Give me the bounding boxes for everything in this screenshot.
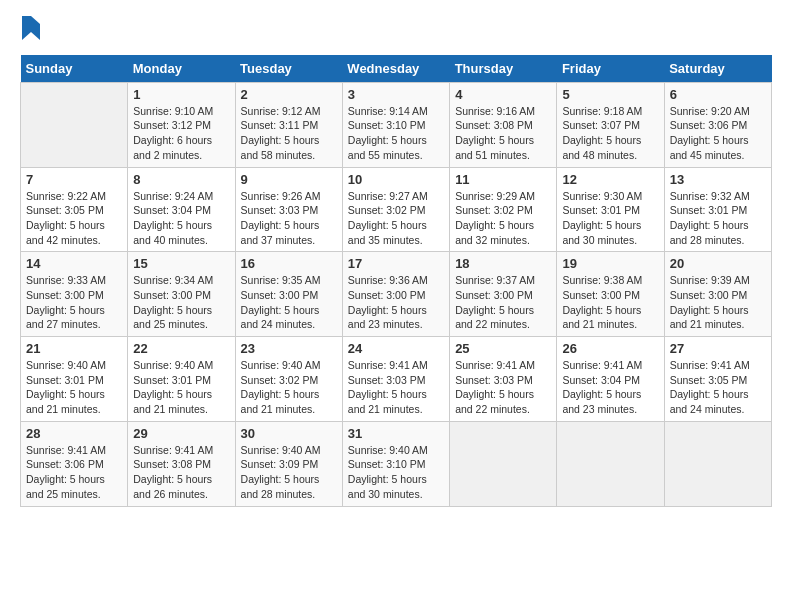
day-number: 3 <box>348 87 444 102</box>
week-row-3: 14Sunrise: 9:33 AMSunset: 3:00 PMDayligh… <box>21 252 772 337</box>
day-number: 14 <box>26 256 122 271</box>
day-info: Sunrise: 9:40 AMSunset: 3:09 PMDaylight:… <box>241 443 337 502</box>
day-number: 17 <box>348 256 444 271</box>
day-info: Sunrise: 9:39 AMSunset: 3:00 PMDaylight:… <box>670 273 766 332</box>
day-cell: 12Sunrise: 9:30 AMSunset: 3:01 PMDayligh… <box>557 167 664 252</box>
day-info: Sunrise: 9:20 AMSunset: 3:06 PMDaylight:… <box>670 104 766 163</box>
day-cell: 13Sunrise: 9:32 AMSunset: 3:01 PMDayligh… <box>664 167 771 252</box>
day-cell <box>21 82 128 167</box>
day-number: 31 <box>348 426 444 441</box>
day-info: Sunrise: 9:29 AMSunset: 3:02 PMDaylight:… <box>455 189 551 248</box>
day-info: Sunrise: 9:33 AMSunset: 3:00 PMDaylight:… <box>26 273 122 332</box>
day-cell: 9Sunrise: 9:26 AMSunset: 3:03 PMDaylight… <box>235 167 342 252</box>
day-cell: 5Sunrise: 9:18 AMSunset: 3:07 PMDaylight… <box>557 82 664 167</box>
day-cell: 24Sunrise: 9:41 AMSunset: 3:03 PMDayligh… <box>342 337 449 422</box>
day-number: 1 <box>133 87 229 102</box>
day-cell: 11Sunrise: 9:29 AMSunset: 3:02 PMDayligh… <box>450 167 557 252</box>
weekday-header-friday: Friday <box>557 55 664 83</box>
day-number: 18 <box>455 256 551 271</box>
day-number: 8 <box>133 172 229 187</box>
day-number: 24 <box>348 341 444 356</box>
day-number: 30 <box>241 426 337 441</box>
day-info: Sunrise: 9:24 AMSunset: 3:04 PMDaylight:… <box>133 189 229 248</box>
day-cell: 10Sunrise: 9:27 AMSunset: 3:02 PMDayligh… <box>342 167 449 252</box>
day-info: Sunrise: 9:41 AMSunset: 3:04 PMDaylight:… <box>562 358 658 417</box>
day-cell: 26Sunrise: 9:41 AMSunset: 3:04 PMDayligh… <box>557 337 664 422</box>
day-info: Sunrise: 9:32 AMSunset: 3:01 PMDaylight:… <box>670 189 766 248</box>
day-number: 21 <box>26 341 122 356</box>
day-number: 29 <box>133 426 229 441</box>
day-cell <box>450 421 557 506</box>
day-cell: 14Sunrise: 9:33 AMSunset: 3:00 PMDayligh… <box>21 252 128 337</box>
week-row-1: 1Sunrise: 9:10 AMSunset: 3:12 PMDaylight… <box>21 82 772 167</box>
day-cell: 6Sunrise: 9:20 AMSunset: 3:06 PMDaylight… <box>664 82 771 167</box>
day-info: Sunrise: 9:22 AMSunset: 3:05 PMDaylight:… <box>26 189 122 248</box>
weekday-header-thursday: Thursday <box>450 55 557 83</box>
weekday-header-sunday: Sunday <box>21 55 128 83</box>
day-number: 26 <box>562 341 658 356</box>
day-info: Sunrise: 9:41 AMSunset: 3:08 PMDaylight:… <box>133 443 229 502</box>
day-info: Sunrise: 9:41 AMSunset: 3:05 PMDaylight:… <box>670 358 766 417</box>
logo-general <box>20 20 40 45</box>
day-number: 11 <box>455 172 551 187</box>
day-number: 27 <box>670 341 766 356</box>
calendar-header: SundayMondayTuesdayWednesdayThursdayFrid… <box>21 55 772 83</box>
day-number: 25 <box>455 341 551 356</box>
weekday-header-saturday: Saturday <box>664 55 771 83</box>
weekday-header-wednesday: Wednesday <box>342 55 449 83</box>
day-cell: 18Sunrise: 9:37 AMSunset: 3:00 PMDayligh… <box>450 252 557 337</box>
day-cell: 20Sunrise: 9:39 AMSunset: 3:00 PMDayligh… <box>664 252 771 337</box>
week-row-4: 21Sunrise: 9:40 AMSunset: 3:01 PMDayligh… <box>21 337 772 422</box>
day-number: 12 <box>562 172 658 187</box>
day-info: Sunrise: 9:14 AMSunset: 3:10 PMDaylight:… <box>348 104 444 163</box>
day-cell: 8Sunrise: 9:24 AMSunset: 3:04 PMDaylight… <box>128 167 235 252</box>
day-cell <box>557 421 664 506</box>
day-info: Sunrise: 9:27 AMSunset: 3:02 PMDaylight:… <box>348 189 444 248</box>
day-info: Sunrise: 9:36 AMSunset: 3:00 PMDaylight:… <box>348 273 444 332</box>
day-info: Sunrise: 9:34 AMSunset: 3:00 PMDaylight:… <box>133 273 229 332</box>
day-info: Sunrise: 9:12 AMSunset: 3:11 PMDaylight:… <box>241 104 337 163</box>
day-number: 4 <box>455 87 551 102</box>
day-cell: 31Sunrise: 9:40 AMSunset: 3:10 PMDayligh… <box>342 421 449 506</box>
day-cell: 4Sunrise: 9:16 AMSunset: 3:08 PMDaylight… <box>450 82 557 167</box>
day-number: 15 <box>133 256 229 271</box>
day-number: 28 <box>26 426 122 441</box>
calendar-table: SundayMondayTuesdayWednesdayThursdayFrid… <box>20 55 772 507</box>
day-cell: 27Sunrise: 9:41 AMSunset: 3:05 PMDayligh… <box>664 337 771 422</box>
day-info: Sunrise: 9:41 AMSunset: 3:03 PMDaylight:… <box>455 358 551 417</box>
day-number: 16 <box>241 256 337 271</box>
day-cell <box>664 421 771 506</box>
day-info: Sunrise: 9:16 AMSunset: 3:08 PMDaylight:… <box>455 104 551 163</box>
day-number: 13 <box>670 172 766 187</box>
day-cell: 16Sunrise: 9:35 AMSunset: 3:00 PMDayligh… <box>235 252 342 337</box>
day-info: Sunrise: 9:40 AMSunset: 3:01 PMDaylight:… <box>26 358 122 417</box>
day-info: Sunrise: 9:26 AMSunset: 3:03 PMDaylight:… <box>241 189 337 248</box>
logo <box>20 20 40 45</box>
day-cell: 22Sunrise: 9:40 AMSunset: 3:01 PMDayligh… <box>128 337 235 422</box>
day-info: Sunrise: 9:40 AMSunset: 3:01 PMDaylight:… <box>133 358 229 417</box>
logo-text <box>20 20 40 45</box>
day-number: 2 <box>241 87 337 102</box>
day-number: 6 <box>670 87 766 102</box>
day-info: Sunrise: 9:38 AMSunset: 3:00 PMDaylight:… <box>562 273 658 332</box>
day-number: 7 <box>26 172 122 187</box>
day-cell: 17Sunrise: 9:36 AMSunset: 3:00 PMDayligh… <box>342 252 449 337</box>
day-number: 19 <box>562 256 658 271</box>
day-info: Sunrise: 9:41 AMSunset: 3:06 PMDaylight:… <box>26 443 122 502</box>
day-cell: 25Sunrise: 9:41 AMSunset: 3:03 PMDayligh… <box>450 337 557 422</box>
day-cell: 2Sunrise: 9:12 AMSunset: 3:11 PMDaylight… <box>235 82 342 167</box>
day-number: 20 <box>670 256 766 271</box>
day-number: 10 <box>348 172 444 187</box>
day-info: Sunrise: 9:18 AMSunset: 3:07 PMDaylight:… <box>562 104 658 163</box>
day-info: Sunrise: 9:40 AMSunset: 3:10 PMDaylight:… <box>348 443 444 502</box>
page-header <box>20 20 772 45</box>
day-number: 22 <box>133 341 229 356</box>
day-number: 23 <box>241 341 337 356</box>
week-row-5: 28Sunrise: 9:41 AMSunset: 3:06 PMDayligh… <box>21 421 772 506</box>
day-cell: 15Sunrise: 9:34 AMSunset: 3:00 PMDayligh… <box>128 252 235 337</box>
weekday-header-monday: Monday <box>128 55 235 83</box>
day-info: Sunrise: 9:40 AMSunset: 3:02 PMDaylight:… <box>241 358 337 417</box>
day-number: 9 <box>241 172 337 187</box>
day-cell: 28Sunrise: 9:41 AMSunset: 3:06 PMDayligh… <box>21 421 128 506</box>
day-info: Sunrise: 9:41 AMSunset: 3:03 PMDaylight:… <box>348 358 444 417</box>
